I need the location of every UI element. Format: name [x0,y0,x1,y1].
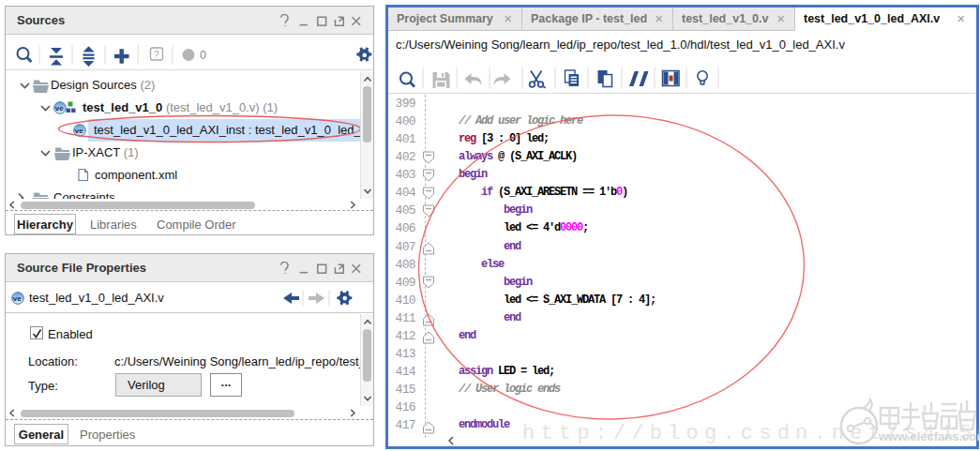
svg-text:ve: ve [55,104,64,113]
svg-text:www.elecfans.com: www.elecfans.com [878,429,980,443]
svg-text:?: ? [154,50,159,60]
svg-text:ve: ve [13,294,22,303]
svg-text:ve: ve [75,127,83,135]
svg-text:0: 0 [200,49,206,62]
